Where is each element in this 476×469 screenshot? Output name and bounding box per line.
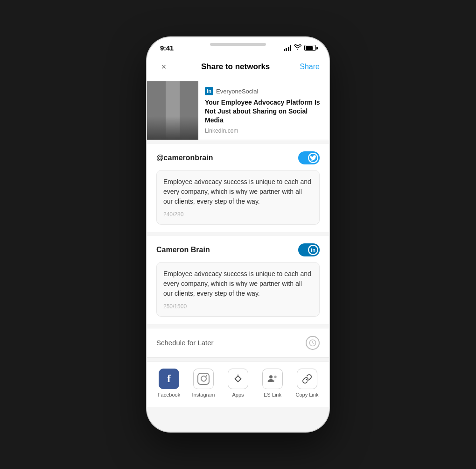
apps-icon — [228, 369, 248, 389]
schedule-section[interactable]: Schedule for Later — [147, 328, 329, 358]
twitter-section: @cameronbrain Employee advocacy success … — [147, 144, 329, 232]
instagram-label: Instagram — [192, 392, 215, 398]
status-time: 9:41 — [160, 44, 174, 52]
twitter-text-area[interactable]: Employee advocacy success is unique to e… — [156, 170, 320, 225]
linkedin-text-content: Employee advocacy success is unique to e… — [163, 269, 313, 298]
link-preview-image — [147, 81, 198, 140]
link-preview-content: in EveryoneSocial Your Employee Advocacy… — [198, 81, 329, 140]
instagram-share-item[interactable]: Instagram — [189, 369, 217, 398]
nav-title: Share to networks — [201, 62, 270, 71]
schedule-icon[interactable] — [306, 336, 320, 350]
instagram-icon — [193, 369, 214, 389]
link-source: in EveryoneSocial — [205, 87, 322, 95]
copylink-share-item[interactable]: Copy Link — [293, 369, 321, 398]
twitter-toggle[interactable] — [298, 151, 320, 164]
linkedin-toggle[interactable]: in — [298, 243, 320, 256]
facebook-icon: f — [159, 369, 179, 389]
share-toolbar: f Facebook Instagram — [147, 362, 329, 407]
svg-point-3 — [274, 376, 276, 378]
linkedin-account-name: Cameron Brain — [156, 246, 210, 254]
nav-bar: × Share to networks Share — [147, 56, 329, 81]
link-preview-card: in EveryoneSocial Your Employee Advocacy… — [147, 81, 329, 140]
instagram-inner-icon — [197, 373, 210, 385]
wifi-icon — [294, 44, 301, 51]
facebook-label: Facebook — [158, 392, 180, 398]
linkedin-section: Cameron Brain in Employee advocacy succe… — [147, 236, 329, 324]
link-title: Your Employee Advocacy Platform Is Not J… — [205, 98, 322, 125]
twitter-char-count: 240/280 — [163, 211, 313, 218]
apps-label: Apps — [232, 392, 244, 398]
facebook-f-letter: f — [167, 372, 171, 385]
status-bar: 9:41 — [147, 37, 329, 56]
copylink-label: Copy Link — [296, 392, 319, 398]
link-source-name: EveryoneSocial — [216, 88, 258, 95]
eslink-share-item[interactable]: ES Link — [259, 369, 287, 398]
battery-icon — [304, 45, 316, 51]
linkedin-char-count: 250/1500 — [163, 303, 313, 310]
linkedin-section-header: Cameron Brain in — [156, 243, 320, 256]
copylink-icon — [297, 369, 317, 389]
svg-point-2 — [269, 375, 273, 378]
eslink-icon — [262, 369, 283, 389]
twitter-toggle-track[interactable] — [298, 151, 320, 164]
linkedin-toggle-track[interactable]: in — [298, 243, 320, 256]
apps-share-item[interactable]: Apps — [224, 369, 252, 398]
notch — [210, 43, 266, 46]
instagram-dot — [206, 375, 207, 377]
status-icons — [284, 44, 316, 51]
twitter-account-name: @cameronbrain — [156, 154, 213, 162]
phone-shell: 9:41 × Share to networks Share — [147, 37, 329, 432]
close-button[interactable]: × — [156, 59, 171, 74]
linkedin-toggle-thumb: in — [308, 245, 318, 255]
twitter-toggle-thumb — [308, 153, 318, 163]
eslink-label: ES Link — [264, 392, 281, 398]
linkedin-text-area[interactable]: Employee advocacy success is unique to e… — [156, 262, 320, 317]
linkedin-badge-icon: in — [205, 87, 213, 95]
share-button[interactable]: Share — [300, 63, 320, 71]
content-area: in EveryoneSocial Your Employee Advocacy… — [147, 81, 329, 432]
twitter-text-content: Employee advocacy success is unique to e… — [163, 177, 313, 206]
building-image — [147, 81, 198, 140]
link-domain: LinkedIn.com — [205, 128, 322, 134]
facebook-share-item[interactable]: f Facebook — [155, 369, 183, 398]
schedule-label: Schedule for Later — [156, 339, 214, 347]
signal-icon — [284, 45, 292, 51]
twitter-section-header: @cameronbrain — [156, 151, 320, 164]
linkedin-in-icon: in — [311, 247, 315, 253]
